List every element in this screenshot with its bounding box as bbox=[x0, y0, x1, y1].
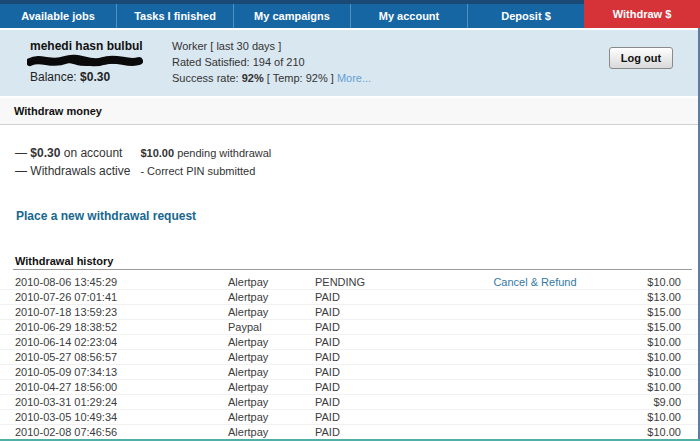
main-content: — $0.30 on account$10.00 pending withdra… bbox=[0, 125, 700, 439]
cell-action bbox=[465, 425, 605, 440]
cell-status: PENDING bbox=[315, 275, 465, 289]
cell-amount: $9.00 bbox=[605, 395, 698, 409]
cell-amount: $10.00 bbox=[605, 410, 698, 424]
cell-action bbox=[465, 320, 605, 334]
cell-date: 2010-03-05 10:49:34 bbox=[0, 410, 228, 424]
cell-amount: $10.00 bbox=[605, 350, 698, 364]
withdrawal-history-title: Withdrawal history bbox=[15, 255, 113, 267]
dash: — bbox=[15, 146, 30, 160]
page-title: Withdraw money bbox=[14, 105, 102, 117]
table-row: 2010-03-31 01:29:24AlertpayPAID$9.00 bbox=[0, 395, 698, 410]
cell-amount: $10.00 bbox=[605, 335, 698, 349]
balance-value: $0.30 bbox=[80, 70, 110, 84]
cell-action bbox=[465, 335, 605, 349]
cell-method: Alertpay bbox=[228, 275, 315, 289]
more-link[interactable]: More... bbox=[337, 72, 371, 84]
tab-available-jobs[interactable]: Available jobs bbox=[0, 4, 116, 28]
cell-status: PAID bbox=[315, 410, 465, 424]
user-panel: mehedi hasn bulbul Balance: $0.30 Worker… bbox=[0, 28, 700, 96]
cell-date: 2010-02-08 07:46:56 bbox=[0, 425, 228, 440]
withdrawals-active-text: Withdrawals active bbox=[30, 164, 130, 178]
table-row: 2010-02-08 07:46:56AlertpayPAID$10.00 bbox=[0, 425, 698, 440]
cancel-refund-link[interactable]: Cancel & Refund bbox=[493, 276, 576, 288]
success-rate-line: Success rate: 92% [ Temp: 92% ] More... bbox=[172, 70, 371, 86]
cell-status: PAID bbox=[315, 335, 465, 349]
cell-amount: $10.00 bbox=[605, 365, 698, 379]
cell-status: PAID bbox=[315, 395, 465, 409]
cell-date: 2010-05-09 07:34:13 bbox=[0, 365, 228, 379]
cell-action: Cancel & Refund bbox=[465, 275, 605, 289]
cell-status: PAID bbox=[315, 365, 465, 379]
rated-satisfied-line: Rated Satisfied: 194 of 210 bbox=[172, 54, 371, 70]
cell-method: Alertpay bbox=[228, 350, 315, 364]
account-summary-line: — $0.30 on account$10.00 pending withdra… bbox=[15, 146, 271, 160]
tab-my-account[interactable]: My account bbox=[350, 4, 467, 28]
tab-deposit[interactable]: Deposit $ bbox=[467, 4, 584, 28]
cell-date: 2010-06-29 18:38:52 bbox=[0, 320, 228, 334]
account-amount: $0.30 bbox=[30, 146, 60, 160]
cell-status: PAID bbox=[315, 380, 465, 394]
tab-withdraw[interactable]: Withdraw $ bbox=[584, 0, 700, 28]
cell-method: Alertpay bbox=[228, 365, 315, 379]
cell-method: Alertpay bbox=[228, 305, 315, 319]
cell-status: PAID bbox=[315, 320, 465, 334]
cell-status: PAID bbox=[315, 350, 465, 364]
logout-button[interactable]: Log out bbox=[609, 47, 673, 69]
user-name: mehedi hasn bulbul bbox=[30, 39, 143, 53]
cell-action bbox=[465, 350, 605, 364]
cell-date: 2010-08-06 13:45:29 bbox=[0, 275, 228, 289]
table-row: 2010-03-05 10:49:34AlertpayPAID$10.00 bbox=[0, 410, 698, 425]
dash: — bbox=[15, 164, 30, 178]
cell-action bbox=[465, 305, 605, 319]
account-text: on account bbox=[60, 146, 122, 160]
temp-rate: [ Temp: 92% ] bbox=[264, 72, 337, 84]
cell-amount: $10.00 bbox=[605, 275, 698, 289]
cell-date: 2010-05-27 08:56:57 bbox=[0, 350, 228, 364]
cell-action bbox=[465, 410, 605, 424]
cell-date: 2010-07-26 07:01:41 bbox=[0, 290, 228, 304]
withdrawal-history-table: 2010-08-06 13:45:29AlertpayPENDINGCancel… bbox=[0, 275, 698, 440]
table-row: 2010-07-26 07:01:41AlertpayPAID$13.00 bbox=[0, 290, 698, 305]
cell-status: PAID bbox=[315, 290, 465, 304]
cell-amount: $10.00 bbox=[605, 425, 698, 440]
table-row: 2010-06-14 02:23:04AlertpayPAID$10.00 bbox=[0, 335, 698, 350]
cell-method: Alertpay bbox=[228, 380, 315, 394]
section-header: Withdraw money bbox=[0, 98, 700, 125]
table-row: 2010-06-29 18:38:52PaypalPAID$15.00 bbox=[0, 320, 698, 335]
cell-date: 2010-04-27 18:56:00 bbox=[0, 380, 228, 394]
success-rate-label: Success rate: bbox=[172, 72, 242, 84]
table-row: 2010-04-27 18:56:00AlertpayPAID$10.00 bbox=[0, 380, 698, 395]
pending-text: pending withdrawal bbox=[174, 147, 271, 159]
cell-action bbox=[465, 365, 605, 379]
withdrawal-status-line: — Withdrawals active- Correct PIN submit… bbox=[15, 164, 255, 178]
top-nav: Available jobsTasks I finishedMy campaig… bbox=[0, 0, 700, 28]
table-row: 2010-05-27 08:56:57AlertpayPAID$10.00 bbox=[0, 350, 698, 365]
balance: Balance: $0.30 bbox=[30, 70, 110, 84]
redacted-email bbox=[27, 54, 143, 70]
cell-date: 2010-06-14 02:23:04 bbox=[0, 335, 228, 349]
cell-method: Alertpay bbox=[228, 425, 315, 440]
new-withdrawal-request-link[interactable]: Place a new withdrawal request bbox=[16, 209, 196, 223]
table-row: 2010-05-09 07:34:13AlertpayPAID$10.00 bbox=[0, 365, 698, 380]
table-row: 2010-08-06 13:45:29AlertpayPENDINGCancel… bbox=[0, 275, 698, 290]
cell-action bbox=[465, 395, 605, 409]
table-row: 2010-07-18 13:59:23AlertpayPAID$15.00 bbox=[0, 305, 698, 320]
cell-method: Alertpay bbox=[228, 410, 315, 424]
balance-label: Balance: bbox=[30, 70, 80, 84]
cell-action bbox=[465, 380, 605, 394]
cell-amount: $15.00 bbox=[605, 320, 698, 334]
pin-status-text: - Correct PIN submitted bbox=[140, 165, 255, 177]
tab-tasks-i-finished[interactable]: Tasks I finished bbox=[116, 4, 233, 28]
user-stats: Worker [ last 30 days ] Rated Satisfied:… bbox=[172, 38, 371, 86]
success-rate-value: 92% bbox=[242, 72, 264, 84]
cell-method: Alertpay bbox=[228, 395, 315, 409]
cell-amount: $10.00 bbox=[605, 380, 698, 394]
cell-date: 2010-07-18 13:59:23 bbox=[0, 305, 228, 319]
withdraw-page: Available jobsTasks I finishedMy campaig… bbox=[0, 0, 700, 441]
cell-method: Paypal bbox=[228, 320, 315, 334]
cell-status: PAID bbox=[315, 425, 465, 440]
cell-amount: $13.00 bbox=[605, 290, 698, 304]
tab-my-campaigns[interactable]: My campaigns bbox=[233, 4, 350, 28]
history-rule bbox=[13, 269, 692, 270]
cell-status: PAID bbox=[315, 305, 465, 319]
